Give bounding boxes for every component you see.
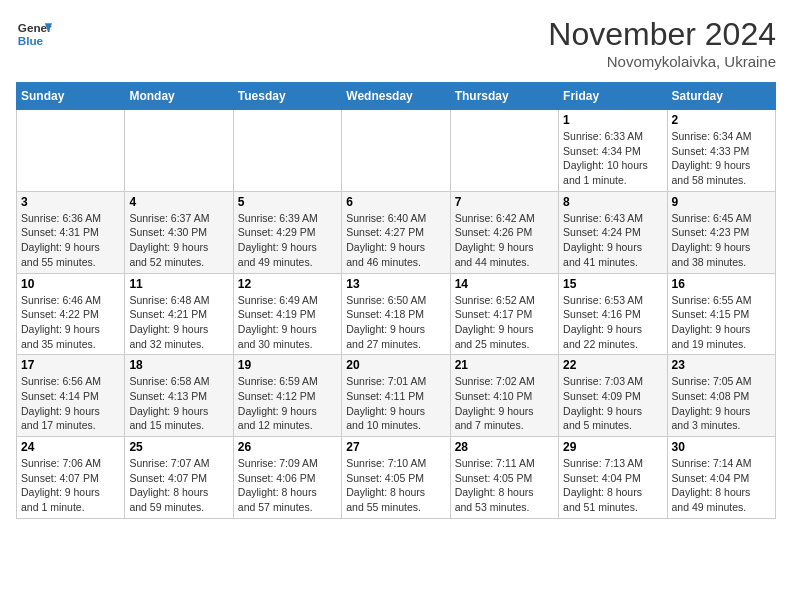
day-number: 18 bbox=[129, 358, 228, 372]
calendar-cell: 12Sunrise: 6:49 AM Sunset: 4:19 PM Dayli… bbox=[233, 273, 341, 355]
header: General Blue November 2024 Novomykolaivk… bbox=[16, 16, 776, 70]
calendar-cell: 6Sunrise: 6:40 AM Sunset: 4:27 PM Daylig… bbox=[342, 191, 450, 273]
calendar-cell: 4Sunrise: 6:37 AM Sunset: 4:30 PM Daylig… bbox=[125, 191, 233, 273]
day-number: 4 bbox=[129, 195, 228, 209]
day-info: Sunrise: 6:53 AM Sunset: 4:16 PM Dayligh… bbox=[563, 293, 662, 352]
calendar-cell: 3Sunrise: 6:36 AM Sunset: 4:31 PM Daylig… bbox=[17, 191, 125, 273]
day-info: Sunrise: 6:40 AM Sunset: 4:27 PM Dayligh… bbox=[346, 211, 445, 270]
svg-text:Blue: Blue bbox=[18, 34, 44, 47]
day-info: Sunrise: 7:02 AM Sunset: 4:10 PM Dayligh… bbox=[455, 374, 554, 433]
day-number: 7 bbox=[455, 195, 554, 209]
calendar-cell: 21Sunrise: 7:02 AM Sunset: 4:10 PM Dayli… bbox=[450, 355, 558, 437]
day-info: Sunrise: 6:49 AM Sunset: 4:19 PM Dayligh… bbox=[238, 293, 337, 352]
calendar-cell: 23Sunrise: 7:05 AM Sunset: 4:08 PM Dayli… bbox=[667, 355, 775, 437]
day-number: 21 bbox=[455, 358, 554, 372]
day-number: 24 bbox=[21, 440, 120, 454]
day-info: Sunrise: 7:13 AM Sunset: 4:04 PM Dayligh… bbox=[563, 456, 662, 515]
calendar-cell: 13Sunrise: 6:50 AM Sunset: 4:18 PM Dayli… bbox=[342, 273, 450, 355]
calendar-cell: 10Sunrise: 6:46 AM Sunset: 4:22 PM Dayli… bbox=[17, 273, 125, 355]
calendar-cell: 1Sunrise: 6:33 AM Sunset: 4:34 PM Daylig… bbox=[559, 110, 667, 192]
day-number: 9 bbox=[672, 195, 771, 209]
day-number: 3 bbox=[21, 195, 120, 209]
day-number: 5 bbox=[238, 195, 337, 209]
day-info: Sunrise: 7:14 AM Sunset: 4:04 PM Dayligh… bbox=[672, 456, 771, 515]
day-number: 23 bbox=[672, 358, 771, 372]
day-info: Sunrise: 6:42 AM Sunset: 4:26 PM Dayligh… bbox=[455, 211, 554, 270]
day-number: 16 bbox=[672, 277, 771, 291]
calendar-cell: 25Sunrise: 7:07 AM Sunset: 4:07 PM Dayli… bbox=[125, 437, 233, 519]
day-info: Sunrise: 6:43 AM Sunset: 4:24 PM Dayligh… bbox=[563, 211, 662, 270]
calendar-cell: 28Sunrise: 7:11 AM Sunset: 4:05 PM Dayli… bbox=[450, 437, 558, 519]
day-number: 10 bbox=[21, 277, 120, 291]
weekday-header-thursday: Thursday bbox=[450, 83, 558, 110]
calendar-cell: 16Sunrise: 6:55 AM Sunset: 4:15 PM Dayli… bbox=[667, 273, 775, 355]
day-info: Sunrise: 6:59 AM Sunset: 4:12 PM Dayligh… bbox=[238, 374, 337, 433]
day-number: 1 bbox=[563, 113, 662, 127]
day-info: Sunrise: 6:39 AM Sunset: 4:29 PM Dayligh… bbox=[238, 211, 337, 270]
day-number: 28 bbox=[455, 440, 554, 454]
calendar-cell bbox=[342, 110, 450, 192]
calendar-cell bbox=[233, 110, 341, 192]
calendar-cell: 22Sunrise: 7:03 AM Sunset: 4:09 PM Dayli… bbox=[559, 355, 667, 437]
day-info: Sunrise: 6:50 AM Sunset: 4:18 PM Dayligh… bbox=[346, 293, 445, 352]
calendar-cell: 26Sunrise: 7:09 AM Sunset: 4:06 PM Dayli… bbox=[233, 437, 341, 519]
week-row-2: 3Sunrise: 6:36 AM Sunset: 4:31 PM Daylig… bbox=[17, 191, 776, 273]
calendar-cell: 8Sunrise: 6:43 AM Sunset: 4:24 PM Daylig… bbox=[559, 191, 667, 273]
calendar-cell bbox=[450, 110, 558, 192]
day-number: 11 bbox=[129, 277, 228, 291]
calendar-cell: 7Sunrise: 6:42 AM Sunset: 4:26 PM Daylig… bbox=[450, 191, 558, 273]
day-number: 20 bbox=[346, 358, 445, 372]
month-title: November 2024 bbox=[548, 16, 776, 53]
weekday-header-row: SundayMondayTuesdayWednesdayThursdayFrid… bbox=[17, 83, 776, 110]
calendar-cell: 18Sunrise: 6:58 AM Sunset: 4:13 PM Dayli… bbox=[125, 355, 233, 437]
calendar-cell: 14Sunrise: 6:52 AM Sunset: 4:17 PM Dayli… bbox=[450, 273, 558, 355]
logo-icon: General Blue bbox=[16, 16, 52, 52]
calendar-cell: 30Sunrise: 7:14 AM Sunset: 4:04 PM Dayli… bbox=[667, 437, 775, 519]
calendar-table: SundayMondayTuesdayWednesdayThursdayFrid… bbox=[16, 82, 776, 519]
weekday-header-sunday: Sunday bbox=[17, 83, 125, 110]
day-info: Sunrise: 7:03 AM Sunset: 4:09 PM Dayligh… bbox=[563, 374, 662, 433]
calendar-cell: 19Sunrise: 6:59 AM Sunset: 4:12 PM Dayli… bbox=[233, 355, 341, 437]
calendar-cell bbox=[125, 110, 233, 192]
day-number: 6 bbox=[346, 195, 445, 209]
title-area: November 2024 Novomykolaivka, Ukraine bbox=[548, 16, 776, 70]
week-row-1: 1Sunrise: 6:33 AM Sunset: 4:34 PM Daylig… bbox=[17, 110, 776, 192]
calendar-cell bbox=[17, 110, 125, 192]
weekday-header-wednesday: Wednesday bbox=[342, 83, 450, 110]
day-info: Sunrise: 6:36 AM Sunset: 4:31 PM Dayligh… bbox=[21, 211, 120, 270]
day-info: Sunrise: 6:34 AM Sunset: 4:33 PM Dayligh… bbox=[672, 129, 771, 188]
day-info: Sunrise: 6:46 AM Sunset: 4:22 PM Dayligh… bbox=[21, 293, 120, 352]
calendar-cell: 9Sunrise: 6:45 AM Sunset: 4:23 PM Daylig… bbox=[667, 191, 775, 273]
day-info: Sunrise: 6:58 AM Sunset: 4:13 PM Dayligh… bbox=[129, 374, 228, 433]
day-number: 25 bbox=[129, 440, 228, 454]
day-number: 19 bbox=[238, 358, 337, 372]
day-info: Sunrise: 6:55 AM Sunset: 4:15 PM Dayligh… bbox=[672, 293, 771, 352]
calendar-cell: 5Sunrise: 6:39 AM Sunset: 4:29 PM Daylig… bbox=[233, 191, 341, 273]
day-number: 29 bbox=[563, 440, 662, 454]
day-info: Sunrise: 6:48 AM Sunset: 4:21 PM Dayligh… bbox=[129, 293, 228, 352]
calendar-cell: 27Sunrise: 7:10 AM Sunset: 4:05 PM Dayli… bbox=[342, 437, 450, 519]
day-number: 15 bbox=[563, 277, 662, 291]
day-info: Sunrise: 6:33 AM Sunset: 4:34 PM Dayligh… bbox=[563, 129, 662, 188]
day-number: 26 bbox=[238, 440, 337, 454]
weekday-header-tuesday: Tuesday bbox=[233, 83, 341, 110]
weekday-header-monday: Monday bbox=[125, 83, 233, 110]
calendar-cell: 11Sunrise: 6:48 AM Sunset: 4:21 PM Dayli… bbox=[125, 273, 233, 355]
weekday-header-saturday: Saturday bbox=[667, 83, 775, 110]
week-row-3: 10Sunrise: 6:46 AM Sunset: 4:22 PM Dayli… bbox=[17, 273, 776, 355]
day-number: 30 bbox=[672, 440, 771, 454]
day-info: Sunrise: 7:11 AM Sunset: 4:05 PM Dayligh… bbox=[455, 456, 554, 515]
day-info: Sunrise: 6:45 AM Sunset: 4:23 PM Dayligh… bbox=[672, 211, 771, 270]
location-subtitle: Novomykolaivka, Ukraine bbox=[548, 53, 776, 70]
day-info: Sunrise: 7:01 AM Sunset: 4:11 PM Dayligh… bbox=[346, 374, 445, 433]
day-info: Sunrise: 7:07 AM Sunset: 4:07 PM Dayligh… bbox=[129, 456, 228, 515]
logo: General Blue bbox=[16, 16, 52, 52]
calendar-cell: 2Sunrise: 6:34 AM Sunset: 4:33 PM Daylig… bbox=[667, 110, 775, 192]
day-info: Sunrise: 7:06 AM Sunset: 4:07 PM Dayligh… bbox=[21, 456, 120, 515]
weekday-header-friday: Friday bbox=[559, 83, 667, 110]
day-number: 17 bbox=[21, 358, 120, 372]
week-row-4: 17Sunrise: 6:56 AM Sunset: 4:14 PM Dayli… bbox=[17, 355, 776, 437]
calendar-cell: 15Sunrise: 6:53 AM Sunset: 4:16 PM Dayli… bbox=[559, 273, 667, 355]
day-info: Sunrise: 6:52 AM Sunset: 4:17 PM Dayligh… bbox=[455, 293, 554, 352]
day-number: 27 bbox=[346, 440, 445, 454]
